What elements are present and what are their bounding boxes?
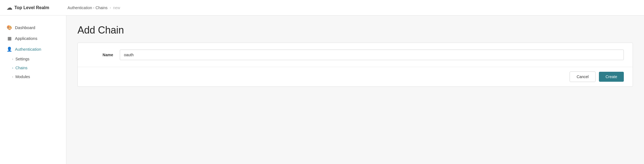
name-input[interactable]	[120, 50, 624, 60]
breadcrumb-parent[interactable]: Authentication - Chains	[67, 6, 108, 10]
sidebar-sub-item-chains-label: Chains	[15, 66, 28, 70]
sidebar-item-dashboard[interactable]: 🎨 Dashboard	[0, 22, 66, 33]
sidebar-sub-item-modules-label: Modules	[15, 75, 30, 79]
sidebar-item-dashboard-label: Dashboard	[15, 25, 35, 30]
main-content: Add Chain Name Cancel Create	[66, 16, 644, 164]
chevron-modules-icon: ›	[12, 75, 13, 78]
sidebar-item-applications-label: Applications	[15, 36, 37, 41]
sidebar-item-authentication[interactable]: 👤 Authentication	[0, 44, 66, 55]
name-label: Name	[87, 53, 120, 57]
brand-name: Top Level Realm	[14, 5, 49, 10]
sidebar-sub-item-modules[interactable]: › Modules	[0, 72, 66, 81]
breadcrumb-separator: ›	[110, 6, 111, 10]
sidebar-sub-item-settings[interactable]: › Settings	[0, 55, 66, 63]
chevron-settings-icon: ›	[12, 57, 13, 61]
dashboard-icon: 🎨	[7, 25, 12, 30]
create-button[interactable]: Create	[599, 72, 624, 82]
page-title: Add Chain	[77, 24, 633, 36]
sidebar-sub-item-chains[interactable]: › Chains	[0, 63, 66, 72]
sidebar: 🎨 Dashboard ▦ Applications 👤 Authenticat…	[0, 16, 66, 164]
breadcrumb: Authentication - Chains › new	[67, 6, 120, 10]
sidebar-item-authentication-label: Authentication	[15, 47, 41, 52]
app-header: ☁ Top Level Realm Authentication - Chain…	[0, 0, 644, 16]
breadcrumb-current: new	[113, 6, 120, 10]
cancel-button[interactable]: Cancel	[570, 71, 596, 82]
applications-icon: ▦	[7, 36, 12, 41]
authentication-icon: 👤	[7, 47, 12, 52]
chevron-chains-icon: ›	[12, 66, 13, 70]
main-layout: 🎨 Dashboard ▦ Applications 👤 Authenticat…	[0, 16, 644, 164]
cloud-icon: ☁	[7, 4, 12, 11]
form-actions: Cancel Create	[78, 67, 633, 86]
name-field-row: Name	[78, 43, 633, 67]
sidebar-item-applications[interactable]: ▦ Applications	[0, 33, 66, 44]
add-chain-form: Name Cancel Create	[77, 43, 633, 87]
sidebar-sub-item-settings-label: Settings	[15, 57, 30, 61]
brand: ☁ Top Level Realm	[7, 4, 67, 11]
